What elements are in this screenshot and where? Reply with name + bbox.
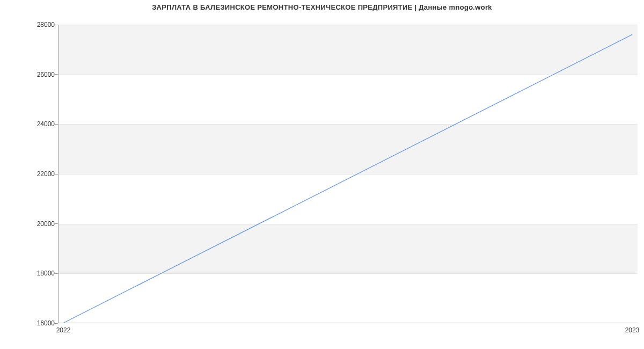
data-line (58, 25, 638, 323)
y-tick-label: 16000 (37, 319, 55, 327)
y-tick-label: 20000 (37, 220, 55, 228)
x-tick-label: 2023 (625, 326, 640, 334)
chart-title: ЗАРПЛАТА В БАЛЕЗИНСКОЕ РЕМОНТНО-ТЕХНИЧЕС… (0, 3, 644, 11)
svg-line-0 (64, 34, 632, 323)
y-tick-label: 22000 (37, 170, 55, 178)
plot-area (58, 25, 638, 323)
salary-line-chart: ЗАРПЛАТА В БАЛЕЗИНСКОЕ РЕМОНТНО-ТЕХНИЧЕС… (0, 0, 644, 349)
y-tick-label: 24000 (37, 120, 55, 128)
x-tick-label: 2022 (56, 326, 71, 334)
y-tick-label: 26000 (37, 71, 55, 78)
y-tick-label: 18000 (37, 270, 55, 277)
y-tick-label: 28000 (37, 21, 55, 28)
